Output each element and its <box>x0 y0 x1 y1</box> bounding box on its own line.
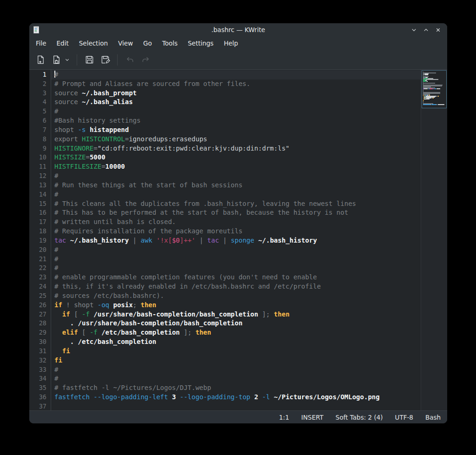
code-line-25[interactable]: # sources /etc/bash.bashrc). <box>51 291 421 301</box>
line-number-12[interactable]: 12 <box>29 171 51 181</box>
line-number-27[interactable]: 27 <box>29 310 51 319</box>
code-line-10[interactable]: HISTSIZE=5000 <box>51 153 421 162</box>
menu-edit[interactable]: Edit <box>52 38 73 49</box>
code-line-9[interactable]: HISTIGNORE="cd:off:reboot:exit:pwd:clear… <box>51 144 421 153</box>
code-line-26[interactable]: if ! shopt -oq posix; then <box>51 301 421 310</box>
code-line-36[interactable]: fastfetch --logo-padding-left 3 --logo-p… <box>51 393 421 402</box>
code-line-2[interactable]: # Prompt and Aliases are sourced from ot… <box>51 79 421 89</box>
line-number-30[interactable]: 30 <box>29 337 51 347</box>
code-line-34[interactable]: # <box>51 374 421 383</box>
line-number-37[interactable]: 37 <box>29 402 51 411</box>
minimap-visible-range[interactable] <box>422 70 447 108</box>
menu-tools[interactable]: Tools <box>158 38 182 49</box>
code-line-12[interactable]: # <box>51 171 421 181</box>
line-number-32[interactable]: 32 <box>29 356 51 365</box>
code-line-35[interactable]: # fastfetch -l ~/Pictures/Logos/DJT.webp <box>51 383 421 393</box>
line-number-6[interactable]: 6 <box>29 116 51 125</box>
line-number-36[interactable]: 36 <box>29 393 51 402</box>
line-number-21[interactable]: 21 <box>29 255 51 264</box>
open-document-icon[interactable] <box>51 54 62 66</box>
open-recent-dropdown-icon[interactable] <box>64 54 70 66</box>
close-icon[interactable] <box>435 26 441 33</box>
undo-icon[interactable] <box>124 54 135 66</box>
line-number-23[interactable]: 23 <box>29 273 51 282</box>
save-icon[interactable] <box>84 54 95 66</box>
code-line-1[interactable]: # <box>51 70 421 79</box>
line-number-14[interactable]: 14 <box>29 190 51 199</box>
menu-selection[interactable]: Selection <box>74 38 112 49</box>
line-number-25[interactable]: 25 <box>29 291 51 301</box>
code-line-20[interactable]: # <box>51 245 421 255</box>
minimize-icon[interactable] <box>410 26 417 33</box>
line-number-8[interactable]: 8 <box>29 135 51 144</box>
menu-file[interactable]: File <box>31 38 51 49</box>
status-soft-tabs-2-4[interactable]: Soft Tabs: 2 (4) <box>336 414 383 421</box>
code-line-19[interactable]: tac ~/.bash_history | awk '!x[$0]++' | t… <box>51 236 421 245</box>
status-1-1[interactable]: 1:1 <box>279 414 289 421</box>
line-number-17[interactable]: 17 <box>29 218 51 227</box>
line-number-7[interactable]: 7 <box>29 125 51 135</box>
line-number-3[interactable]: 3 <box>29 89 51 98</box>
status-insert[interactable]: INSERT <box>301 414 324 421</box>
code-line-27[interactable]: if [ -f /usr/share/bash-completion/bash_… <box>51 310 421 319</box>
menu-go[interactable]: Go <box>139 38 157 49</box>
line-number-31[interactable]: 31 <box>29 347 51 356</box>
line-number-gutter[interactable]: 1234567891011121314151617181920212223242… <box>29 70 51 410</box>
line-number-35[interactable]: 35 <box>29 383 51 393</box>
line-number-33[interactable]: 33 <box>29 365 51 375</box>
line-number-22[interactable]: 22 <box>29 264 51 273</box>
menu-help[interactable]: Help <box>219 38 243 49</box>
code-line-18[interactable]: # Requires installation of the package m… <box>51 227 421 236</box>
line-number-10[interactable]: 10 <box>29 153 51 162</box>
code-line-4[interactable]: source ~/.bash_alias <box>51 98 421 107</box>
line-number-26[interactable]: 26 <box>29 301 51 310</box>
line-number-28[interactable]: 28 <box>29 319 51 328</box>
code-line-8[interactable]: export HISTCONTROL=ignoredups:erasedups <box>51 135 421 144</box>
line-number-2[interactable]: 2 <box>29 79 51 89</box>
code-line-21[interactable]: # <box>51 255 421 264</box>
code-line-5[interactable]: # <box>51 107 421 116</box>
code-line-24[interactable]: # this, if it's already enabled in /etc/… <box>51 282 421 291</box>
code-line-16[interactable]: # This has to be performed at the start … <box>51 208 421 218</box>
line-number-19[interactable]: 19 <box>29 236 51 245</box>
line-number-1[interactable]: 1 <box>29 70 51 79</box>
menu-view[interactable]: View <box>113 38 138 49</box>
code-line-11[interactable]: HISTFILESIZE=10000 <box>51 162 421 171</box>
line-number-29[interactable]: 29 <box>29 328 51 337</box>
code-line-3[interactable]: source ~/.bash_prompt <box>51 89 421 98</box>
code-line-15[interactable]: # This cleans all the duplicates from .b… <box>51 199 421 209</box>
scrollbar-minimap[interactable] <box>421 70 447 410</box>
code-line-23[interactable]: # enable programmable completion feature… <box>51 273 421 282</box>
line-number-34[interactable]: 34 <box>29 374 51 383</box>
line-number-4[interactable]: 4 <box>29 98 51 107</box>
titlebar[interactable]: .bashrc — KWrite <box>29 23 447 36</box>
code-line-29[interactable]: elif [ -f /etc/bash_completion ]; then <box>51 328 421 337</box>
line-number-24[interactable]: 24 <box>29 282 51 291</box>
redo-icon[interactable] <box>140 54 151 66</box>
status-bash[interactable]: Bash <box>425 414 441 421</box>
maximize-icon[interactable] <box>423 26 429 33</box>
code-line-33[interactable]: # <box>51 365 421 375</box>
line-number-13[interactable]: 13 <box>29 181 51 190</box>
code-line-14[interactable]: # <box>51 190 421 199</box>
code-line-13[interactable]: # Run these things at the start of bash … <box>51 181 421 190</box>
line-number-9[interactable]: 9 <box>29 144 51 153</box>
line-number-20[interactable]: 20 <box>29 245 51 255</box>
line-number-18[interactable]: 18 <box>29 227 51 236</box>
code-line-32[interactable]: fi <box>51 356 421 365</box>
line-number-5[interactable]: 5 <box>29 107 51 116</box>
new-document-icon[interactable] <box>35 54 46 66</box>
menu-settings[interactable]: Settings <box>183 38 218 49</box>
code-line-37[interactable] <box>51 402 421 410</box>
code-line-17[interactable]: # written until bash is closed. <box>51 218 421 227</box>
code-line-28[interactable]: . /usr/share/bash-completion/bash_comple… <box>51 319 421 328</box>
status-utf-8[interactable]: UTF-8 <box>395 414 413 421</box>
line-number-15[interactable]: 15 <box>29 199 51 209</box>
save-as-icon[interactable] <box>99 54 111 66</box>
code-line-22[interactable]: # <box>51 264 421 273</box>
code-line-30[interactable]: . /etc/bash_completion <box>51 337 421 347</box>
code-line-6[interactable]: #Bash history settings <box>51 116 421 125</box>
code-area[interactable]: ## Prompt and Aliases are sourced from o… <box>51 70 421 410</box>
line-number-16[interactable]: 16 <box>29 208 51 218</box>
code-line-7[interactable]: shopt -s histappend <box>51 125 421 135</box>
